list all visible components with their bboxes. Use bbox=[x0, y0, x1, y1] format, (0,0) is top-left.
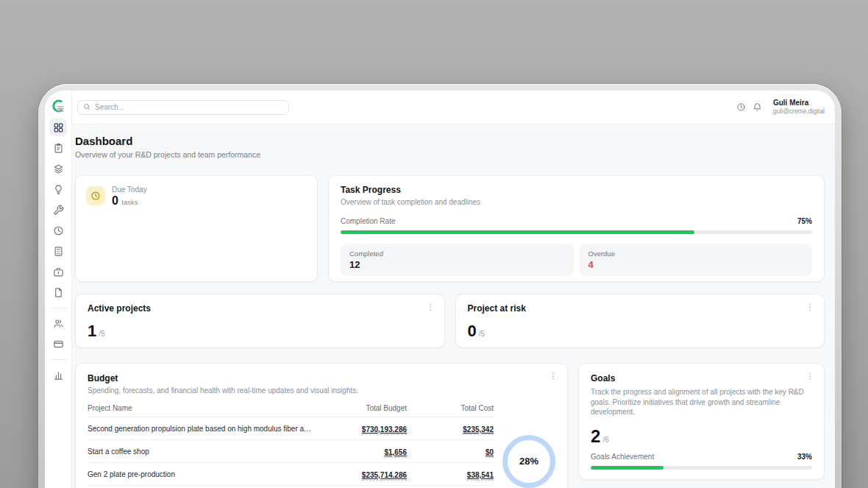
project-name: Start a coffee shop bbox=[88, 448, 320, 456]
user-name: Guli Meira bbox=[773, 99, 825, 108]
sidebar-item-analytics[interactable] bbox=[49, 366, 67, 383]
sidebar-item-projects[interactable] bbox=[49, 160, 67, 177]
sidebar-item-documents[interactable] bbox=[49, 283, 67, 301]
kebab-menu-icon bbox=[549, 372, 558, 381]
sidebar-item-tasks[interactable] bbox=[49, 139, 67, 157]
sidebar: V1.0 bbox=[45, 91, 72, 488]
user-menu[interactable]: Guli Meira guli@creme.digital bbox=[773, 99, 825, 116]
sidebar-item-calculator[interactable] bbox=[49, 242, 67, 260]
search-input[interactable] bbox=[77, 100, 289, 115]
project-at-risk-title: Project at risk bbox=[468, 303, 813, 314]
main-area: Guli Meira guli@creme.digital Dashboard … bbox=[72, 91, 835, 488]
kebab-menu-icon bbox=[805, 372, 814, 381]
layers-icon bbox=[53, 163, 64, 174]
calculator-icon bbox=[53, 246, 64, 257]
completed-stat[interactable]: Completed 12 bbox=[341, 244, 574, 276]
total-cost-value[interactable]: $0 bbox=[485, 448, 494, 458]
search-icon bbox=[83, 103, 90, 110]
due-today-count: 0 tasks bbox=[112, 194, 147, 208]
total-budget-value[interactable]: $235,714.286 bbox=[362, 471, 407, 481]
active-projects-total: /5 bbox=[99, 330, 104, 338]
completion-rate-label: Completion Rate bbox=[341, 217, 395, 225]
goals-card: Goals Track the progress and alignment o… bbox=[578, 363, 825, 480]
budget-title: Budget bbox=[88, 373, 555, 383]
total-cost-value[interactable]: $235,342 bbox=[463, 425, 494, 435]
completion-progressbar bbox=[341, 230, 812, 234]
wrench-icon bbox=[53, 205, 64, 216]
total-budget-value[interactable]: $730,193.286 bbox=[362, 425, 407, 435]
overdue-value: 4 bbox=[588, 259, 804, 270]
notifications-button[interactable] bbox=[750, 99, 766, 116]
user-email: guli@creme.digital bbox=[773, 107, 825, 116]
goals-achievement-label: Goals Achievement bbox=[591, 453, 654, 461]
column-total-budget: Total Budget bbox=[320, 404, 407, 412]
creme-logo-icon bbox=[51, 98, 65, 114]
bell-icon bbox=[753, 102, 762, 112]
users-icon bbox=[53, 318, 64, 329]
clipboard-icon bbox=[53, 143, 64, 154]
due-today-unit: tasks bbox=[121, 198, 138, 206]
goals-progressbar bbox=[591, 466, 812, 470]
app-window: V1.0 Guli Meira guli@creme.digital bbox=[45, 91, 835, 488]
budget-subtitle: Spending, forecasts, and financial healt… bbox=[88, 386, 555, 395]
search-field bbox=[77, 99, 289, 115]
dashboard-content: Dashboard Overview of your R&D projects … bbox=[72, 124, 835, 488]
kebab-menu-icon bbox=[805, 303, 814, 311]
total-cost-value[interactable]: $38,541 bbox=[467, 471, 494, 481]
credit-card-icon bbox=[53, 339, 64, 350]
sidebar-divider bbox=[51, 359, 66, 360]
overdue-stat[interactable]: Overdue 4 bbox=[580, 244, 813, 276]
column-project-name: Project Name bbox=[88, 404, 320, 412]
completion-rate-value: 75% bbox=[797, 217, 812, 225]
sidebar-item-team[interactable] bbox=[49, 314, 67, 332]
dashboard-grid-icon bbox=[53, 122, 64, 133]
goals-total: /6 bbox=[602, 436, 608, 444]
clock-icon bbox=[90, 191, 101, 201]
lightbulb-icon bbox=[53, 184, 64, 195]
task-progress-card: Task Progress Overview of task completio… bbox=[328, 175, 825, 282]
sidebar-item-billing[interactable] bbox=[49, 335, 67, 353]
budget-usage-ring: 28% bbox=[502, 435, 555, 488]
total-budget-value[interactable]: $1,656 bbox=[384, 448, 407, 458]
kebab-menu-icon bbox=[426, 303, 435, 311]
table-row[interactable]: Second generation propulsion plate based… bbox=[88, 417, 494, 440]
goals-subtitle: Track the progress and alignment of all … bbox=[591, 387, 812, 417]
active-projects-title: Active projects bbox=[88, 303, 433, 314]
table-row[interactable]: Gen 2 plate pre-production $235,714.286 … bbox=[88, 463, 494, 486]
budget-menu-button[interactable] bbox=[548, 371, 558, 381]
project-name: Second generation propulsion plate based… bbox=[88, 425, 320, 433]
active-projects-menu-button[interactable] bbox=[425, 302, 435, 312]
page-title: Dashboard bbox=[75, 135, 825, 147]
project-at-risk-card[interactable]: Project at risk 0 /5 bbox=[455, 294, 825, 348]
due-clock-badge bbox=[86, 186, 105, 205]
briefcase-icon bbox=[53, 266, 64, 277]
overdue-label: Overdue bbox=[588, 250, 804, 258]
bar-chart-icon bbox=[53, 369, 64, 381]
sidebar-item-dashboard[interactable] bbox=[49, 119, 67, 136]
table-row[interactable]: Start a coffee shop $1,656 $0 bbox=[88, 440, 494, 463]
clock-icon bbox=[53, 225, 64, 236]
project-at-risk-total: /5 bbox=[479, 330, 485, 338]
due-today-card[interactable]: Due Today 0 tasks bbox=[75, 175, 318, 282]
history-button[interactable] bbox=[733, 99, 750, 116]
project-at-risk-menu-button[interactable] bbox=[805, 302, 815, 312]
goals-achievement-value: 33% bbox=[797, 453, 812, 461]
goals-title: Goals bbox=[591, 373, 812, 383]
sidebar-item-time-tracking[interactable] bbox=[49, 222, 67, 239]
active-projects-card[interactable]: Active projects 1 /5 bbox=[75, 294, 445, 348]
budget-usage-percent: 28% bbox=[519, 456, 538, 467]
goals-value: 2 bbox=[591, 426, 600, 447]
sidebar-item-portfolio[interactable] bbox=[49, 263, 67, 280]
task-progress-subtitle: Overview of task completion and deadline… bbox=[341, 198, 812, 206]
column-total-cost: Total Cost bbox=[407, 404, 494, 412]
sidebar-item-ideas[interactable] bbox=[49, 180, 67, 198]
budget-card: Budget Spending, forecasts, and financia… bbox=[75, 363, 568, 488]
goals-menu-button[interactable] bbox=[805, 371, 815, 381]
sidebar-item-tools[interactable] bbox=[49, 201, 67, 219]
completion-progressbar-fill bbox=[341, 230, 694, 234]
budget-table-header: Project Name Total Budget Total Cost bbox=[88, 400, 494, 417]
topbar: Guli Meira guli@creme.digital bbox=[72, 91, 835, 124]
file-icon bbox=[53, 287, 64, 298]
page-subtitle: Overview of your R&D projects and team p… bbox=[75, 150, 825, 159]
task-progress-title: Task Progress bbox=[341, 185, 812, 195]
